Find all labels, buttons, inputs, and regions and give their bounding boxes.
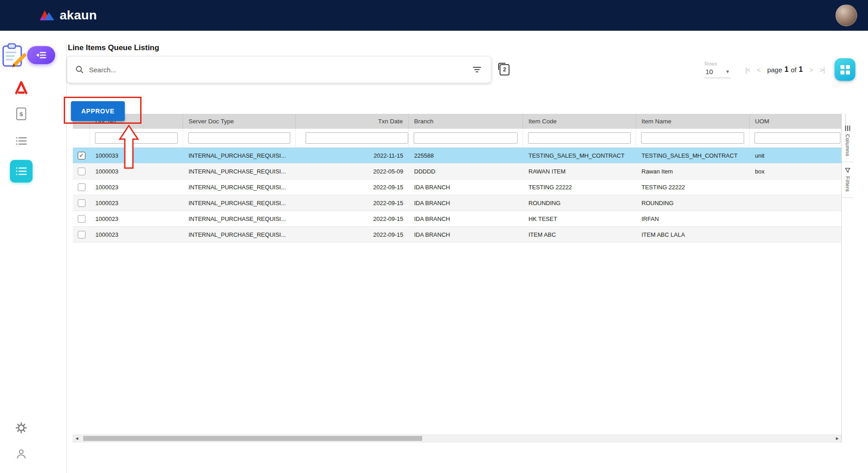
column-filter-input[interactable] [528, 132, 631, 144]
row-checkbox[interactable]: ✓ [78, 152, 85, 159]
row-checkbox[interactable] [78, 199, 85, 207]
column-filter-input[interactable] [306, 132, 408, 144]
table-cell [750, 227, 846, 242]
sidebar-item-pdf-app[interactable] [11, 78, 31, 98]
filters-panel-tab[interactable]: Filters [842, 162, 853, 198]
table-cell: TESTING_SALES_MH_CONTRACT [523, 148, 636, 163]
checkbox-cell [73, 227, 90, 242]
table-cell: unit [750, 148, 846, 163]
row-checkbox[interactable] [78, 168, 85, 175]
column-filter-input[interactable] [188, 132, 290, 144]
pages-icon[interactable]: 2 [500, 64, 509, 75]
table-cell: 1000003 [90, 164, 183, 179]
user-avatar[interactable] [835, 5, 857, 26]
settings-button[interactable] [11, 418, 31, 438]
apps-grid-button[interactable] [835, 58, 855, 81]
search-icon [75, 66, 84, 74]
horizontal-scrollbar[interactable]: ◀ ▶ [73, 435, 841, 442]
table-row[interactable]: 1000003INTERNAL_PURCHASE_REQUISI...2022-… [73, 164, 841, 179]
column-header[interactable]: Branch [409, 114, 523, 129]
columns-icon [845, 126, 850, 131]
scroll-right-arrow[interactable]: ▶ [834, 435, 841, 442]
table-row[interactable]: 1000023INTERNAL_PURCHASE_REQUISI...2022-… [73, 179, 841, 195]
page-label: page [767, 66, 782, 74]
column-filter-input[interactable] [755, 132, 840, 144]
table-cell [750, 195, 846, 211]
menu-pill-button[interactable] [27, 46, 55, 64]
account-button[interactable] [11, 444, 31, 464]
next-page-button[interactable]: > [810, 66, 813, 74]
table-cell: box [750, 164, 846, 179]
grid-icon [840, 65, 850, 75]
row-checkbox[interactable] [78, 183, 85, 191]
table-cell: RAWAN ITEM [523, 164, 636, 179]
checkbox-cell [73, 164, 90, 179]
rows-per-page-select[interactable]: 10 ▼ [704, 67, 731, 78]
table-row[interactable]: 1000023INTERNAL_PURCHASE_REQUISI...2022-… [73, 211, 841, 227]
column-header[interactable]: Item Code [523, 114, 636, 129]
checkbox-cell [73, 211, 90, 226]
column-header[interactable]: Item Name [636, 114, 750, 129]
sidebar-item-listing-app[interactable] [11, 131, 31, 151]
page-of-label: of [791, 66, 797, 74]
approve-button[interactable]: APPROVE [71, 101, 125, 121]
table-cell [750, 211, 846, 226]
table-cell: ITEM ABC LALA [636, 227, 750, 242]
workspace-switcher[interactable] [1, 42, 57, 70]
filter-cell [90, 129, 183, 147]
columns-panel-tab[interactable]: Columns [842, 120, 853, 162]
filter-cell [636, 129, 750, 147]
svg-text:$: $ [19, 111, 23, 117]
column-filter-input[interactable] [641, 132, 744, 144]
search-input[interactable] [88, 66, 467, 74]
table-cell: 2022-05-09 [296, 164, 409, 179]
sidebar-item-billing-app[interactable]: $ [11, 104, 31, 124]
first-page-button[interactable]: |< [745, 66, 750, 74]
red-brand-icon [14, 81, 29, 94]
table-cell: INTERNAL_PURCHASE_REQUISI... [183, 195, 296, 211]
table-empty-area [73, 243, 841, 435]
column-header[interactable]: Server Doc Type [183, 114, 296, 129]
filter-icon[interactable] [471, 65, 483, 74]
table-cell: 225588 [409, 148, 523, 163]
table-cell: INTERNAL_PURCHASE_REQUISI... [183, 179, 296, 195]
table-row[interactable]: ✓1000033INTERNAL_PURCHASE_REQUISI...2022… [73, 148, 841, 164]
column-header[interactable]: UOM [750, 114, 846, 129]
table-cell: IDA BRANCH [409, 227, 523, 242]
table-cell: IDA BRANCH [409, 195, 523, 211]
sidebar-item-queue-listing-active[interactable] [10, 160, 33, 183]
table-cell: TESTING 22222 [523, 179, 636, 195]
table-row[interactable]: 1000023INTERNAL_PURCHASE_REQUISI...2022-… [73, 195, 841, 211]
last-page-button[interactable]: >| [820, 66, 825, 74]
table-cell: ROUNDING [636, 195, 750, 211]
column-filter-input[interactable] [95, 132, 178, 144]
table-row[interactable]: 1000023INTERNAL_PURCHASE_REQUISI...2022-… [73, 227, 841, 243]
column-filter-input[interactable] [414, 132, 518, 144]
filter-cell [183, 129, 296, 147]
page-total: 1 [799, 66, 803, 74]
table-cell: 2022-09-15 [296, 227, 409, 242]
scroll-left-arrow[interactable]: ◀ [73, 435, 80, 442]
row-checkbox[interactable] [78, 215, 85, 223]
invoice-dollar-icon: $ [15, 107, 27, 121]
table-cell: DDDDD [409, 164, 523, 179]
table-cell: INTERNAL_PURCHASE_REQUISI... [183, 211, 296, 226]
prev-page-button[interactable]: < [757, 66, 760, 74]
menu-icon [35, 51, 47, 59]
table-cell: TESTING_SALES_MH_CONTRACT [636, 148, 750, 163]
page-title: Line Items Queue Listing [68, 43, 855, 52]
search-box[interactable] [67, 56, 491, 83]
page-current: 1 [784, 66, 788, 74]
table-cell: 1000023 [90, 179, 183, 195]
clipboard-pencil-icon [1, 42, 29, 69]
table-cell: INTERNAL_PURCHASE_REQUISI... [183, 227, 296, 242]
checkbox-cell [73, 179, 90, 195]
pages-icon-label: 2 [503, 66, 506, 73]
scrollbar-track[interactable] [80, 435, 834, 442]
column-header[interactable]: Txn Date [296, 114, 409, 129]
table-cell: 2022-11-15 [296, 148, 409, 163]
scrollbar-thumb[interactable] [83, 436, 422, 441]
table-body: ✓1000033INTERNAL_PURCHASE_REQUISI...2022… [73, 148, 841, 243]
filter-cell-empty [73, 129, 90, 147]
row-checkbox[interactable] [78, 231, 85, 239]
